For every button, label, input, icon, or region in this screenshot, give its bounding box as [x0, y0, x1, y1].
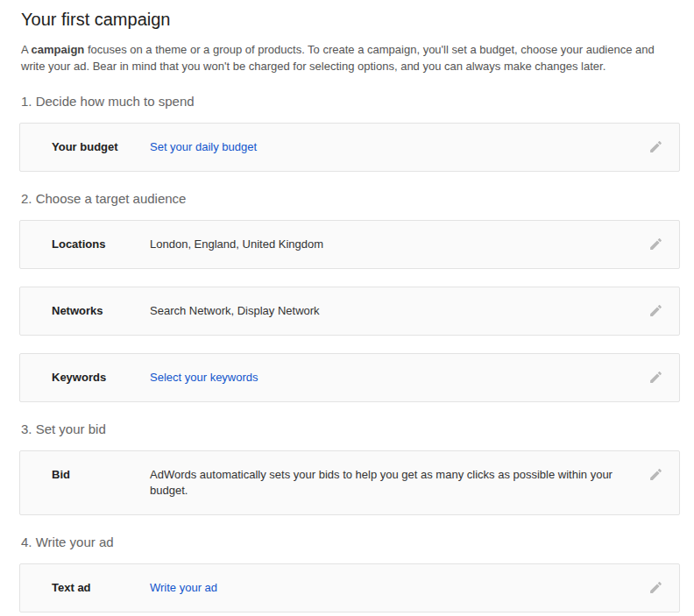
row-label: Bid	[52, 467, 150, 483]
intro-paragraph: A campaign focuses on a theme or a group…	[21, 41, 676, 74]
section-heading-budget: 1. Decide how much to spend	[21, 94, 680, 110]
write-your-ad-link[interactable]: Write your ad	[150, 580, 217, 596]
section-heading-ad: 4. Write your ad	[21, 535, 680, 550]
intro-rest: focuses on a theme or a group of product…	[21, 43, 655, 73]
locations-value: London, England, United Kingdom	[150, 237, 323, 252]
section-heading-bid: 3. Set your bid	[21, 421, 680, 437]
row-label: Locations	[52, 237, 150, 252]
setting-row-keywords[interactable]: Keywords Select your keywords	[19, 353, 680, 402]
row-label: Networks	[52, 303, 150, 319]
pencil-icon	[648, 139, 664, 154]
pencil-icon	[648, 303, 664, 318]
edit-locations-button[interactable]	[648, 236, 664, 251]
row-label: Your budget	[52, 139, 150, 155]
edit-keywords-button[interactable]	[648, 369, 664, 385]
edit-bid-button[interactable]	[648, 466, 664, 482]
setting-row-text-ad[interactable]: Text ad Write your ad	[19, 563, 680, 612]
intro-bold-term: campaign	[32, 43, 85, 56]
campaign-setup-page: Your first campaign A campaign focuses o…	[0, 0, 694, 616]
row-label: Keywords	[52, 370, 150, 386]
setting-row-bid[interactable]: Bid AdWords automatically sets your bids…	[19, 450, 680, 515]
pencil-icon	[648, 370, 664, 385]
edit-text-ad-button[interactable]	[648, 579, 664, 595]
section-heading-audience: 2. Choose a target audience	[21, 191, 680, 207]
intro-prefix: A	[21, 43, 32, 56]
pencil-icon	[648, 237, 664, 251]
edit-budget-button[interactable]	[648, 138, 664, 154]
select-keywords-link[interactable]: Select your keywords	[150, 370, 258, 386]
set-daily-budget-link[interactable]: Set your daily budget	[150, 139, 257, 155]
setting-row-networks[interactable]: Networks Search Network, Display Network	[19, 287, 680, 336]
pencil-icon	[648, 580, 664, 595]
row-label: Text ad	[52, 580, 150, 596]
page-title: Your first campaign	[21, 9, 680, 30]
pencil-icon	[648, 467, 664, 482]
bid-value: AdWords automatically sets your bids to …	[150, 467, 634, 499]
networks-value: Search Network, Display Network	[150, 303, 320, 319]
setting-row-locations[interactable]: Locations London, England, United Kingdo…	[19, 220, 680, 269]
setting-row-budget[interactable]: Your budget Set your daily budget	[19, 123, 680, 172]
edit-networks-button[interactable]	[648, 302, 664, 318]
